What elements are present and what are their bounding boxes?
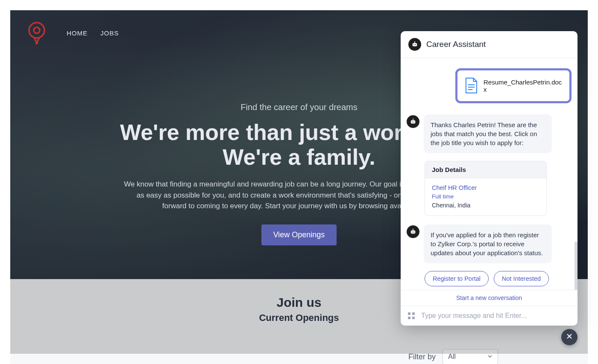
bot-message-row: Thanks Charles Petrin! These are the job… [407, 114, 572, 153]
chat-footer: Start a new conversation [401, 290, 577, 326]
svg-point-0 [29, 23, 44, 38]
svg-point-1 [34, 27, 40, 33]
job-location: Chennai, India [432, 201, 539, 210]
svg-point-12 [412, 122, 413, 122]
job-title-link[interactable]: Cheif HR Officer [432, 183, 539, 192]
file-attachment[interactable]: Resume_CharlesPetrin.docx [455, 68, 572, 103]
filter-label: Filter by [408, 352, 436, 361]
not-interested-button[interactable]: Not Interested [494, 271, 549, 286]
nav-links: HOME JOBS [67, 29, 119, 37]
file-name: Resume_CharlesPetrin.docx [484, 79, 563, 93]
job-details-header: Job Details [425, 161, 546, 178]
chat-input-row [401, 306, 577, 326]
svg-point-20 [413, 229, 413, 230]
svg-rect-11 [411, 120, 416, 124]
bot-avatar-icon [407, 225, 419, 238]
view-openings-button[interactable]: View Openings [261, 224, 337, 245]
document-icon [464, 77, 478, 94]
filter-row: Filter by All [408, 349, 498, 364]
chevron-down-icon [487, 353, 492, 361]
bot-avatar-icon [408, 38, 421, 51]
svg-rect-22 [412, 312, 415, 315]
chat-body[interactable]: Resume_CharlesPetrin.docx Thanks Charles… [401, 58, 577, 290]
chat-widget: Career Assistant Resume_CharlesPetrin.do… [401, 31, 577, 326]
chat-title: Career Assistant [426, 40, 486, 49]
close-chat-button[interactable] [561, 329, 577, 345]
job-type: Full time [432, 192, 539, 201]
bot-message-text: Thanks Charles Petrin! These are the job… [424, 114, 552, 153]
bot-message-text: If you've applied for a job then registe… [424, 224, 552, 263]
action-buttons-row: Register to Portal Not Interested [425, 271, 572, 286]
svg-rect-21 [408, 312, 410, 315]
filter-value: All [448, 353, 456, 361]
apps-grid-icon[interactable] [407, 312, 415, 320]
start-new-conversation-link[interactable]: Start a new conversation [401, 290, 577, 306]
company-logo-icon [26, 20, 48, 45]
svg-rect-23 [408, 317, 410, 319]
register-to-portal-button[interactable]: Register to Portal [425, 271, 489, 286]
bot-avatar-icon [407, 115, 419, 128]
close-icon [566, 333, 572, 341]
bot-message-row: If you've applied for a job then registe… [407, 224, 572, 263]
svg-point-5 [415, 44, 416, 45]
job-details-card: Job Details Cheif HR Officer Full time C… [425, 161, 547, 216]
job-details-body: Cheif HR Officer Full time Chennai, Indi… [425, 178, 546, 215]
svg-point-17 [412, 232, 413, 233]
chat-scrollbar[interactable] [575, 242, 577, 290]
svg-point-18 [413, 232, 414, 233]
svg-point-7 [414, 41, 415, 42]
filter-select[interactable]: All [443, 349, 498, 364]
chat-message-input[interactable] [421, 312, 571, 320]
uploaded-file-message: Resume_CharlesPetrin.docx [455, 68, 572, 103]
svg-point-15 [413, 119, 413, 119]
svg-point-2 [35, 42, 38, 44]
svg-point-4 [413, 44, 414, 45]
nav-home[interactable]: HOME [67, 29, 88, 37]
svg-point-13 [413, 122, 414, 122]
svg-rect-16 [411, 230, 416, 234]
svg-rect-24 [412, 317, 415, 319]
chat-header: Career Assistant [401, 31, 577, 58]
svg-rect-3 [413, 43, 417, 47]
nav-jobs[interactable]: JOBS [100, 29, 119, 37]
